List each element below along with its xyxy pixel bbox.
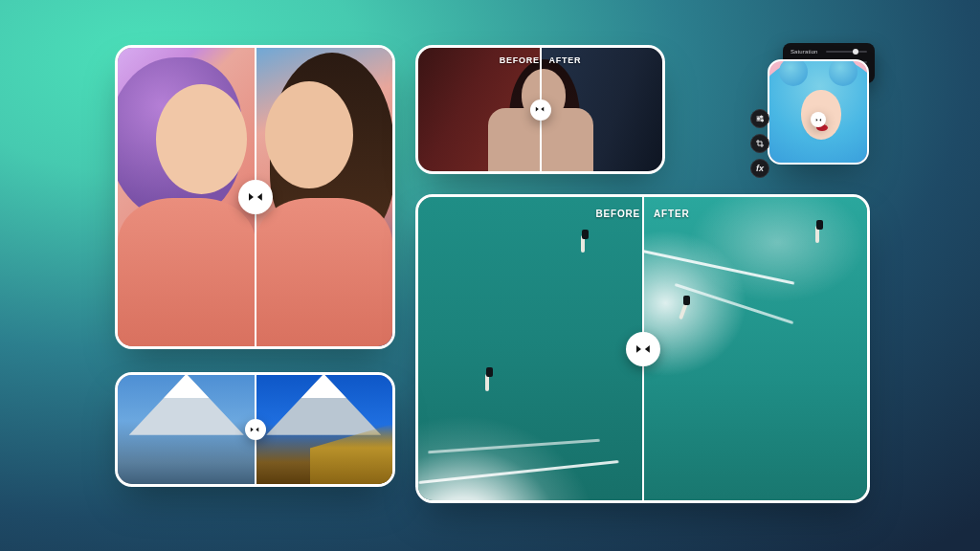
after-half <box>643 197 868 500</box>
slider-handle[interactable] <box>530 99 551 121</box>
compare-card-bluehair <box>768 59 869 165</box>
adjust-label: Saturation <box>791 49 821 55</box>
svg-marker-10 <box>644 345 649 353</box>
slider-arrows-icon <box>246 187 265 207</box>
before-label: BEFORE <box>500 55 540 65</box>
slider-handle[interactable] <box>811 112 826 127</box>
svg-marker-3 <box>542 107 545 112</box>
svg-point-7 <box>758 118 760 120</box>
svg-marker-1 <box>256 193 261 201</box>
tool-stack: fx <box>750 109 769 178</box>
after-label: AFTER <box>549 55 582 65</box>
before-after-labels: BEFORE AFTER <box>500 55 581 65</box>
before-half <box>418 197 643 500</box>
compare-card-friends <box>115 45 395 349</box>
before-label: BEFORE <box>596 209 640 219</box>
slider-handle[interactable] <box>626 332 660 366</box>
compare-card-mountain <box>115 372 395 487</box>
before-half <box>118 375 256 484</box>
slider-handle[interactable] <box>245 419 266 440</box>
svg-point-6 <box>761 116 763 118</box>
svg-marker-0 <box>249 193 254 201</box>
slider-arrows-icon <box>249 424 260 435</box>
svg-marker-12 <box>256 428 259 432</box>
slider-arrows-icon <box>814 116 823 124</box>
compare-card-moody: BEFORE AFTER <box>415 45 665 174</box>
fx-glyph: fx <box>756 164 764 173</box>
svg-marker-11 <box>251 428 254 432</box>
adjust-row-saturation: Saturation <box>791 49 867 55</box>
adjust-icon[interactable] <box>750 109 769 128</box>
svg-marker-2 <box>536 107 539 112</box>
adjust-thumb[interactable] <box>853 49 858 55</box>
slider-handle[interactable] <box>238 180 273 214</box>
svg-point-8 <box>762 120 764 121</box>
fx-icon[interactable]: fx <box>750 159 769 178</box>
adjust-slider[interactable] <box>826 51 867 53</box>
svg-marker-9 <box>636 345 641 353</box>
slider-arrows-icon <box>534 103 546 115</box>
after-label: AFTER <box>654 209 689 219</box>
svg-marker-5 <box>819 119 821 121</box>
compare-card-ocean: BEFORE AFTER <box>415 194 870 503</box>
before-after-labels: BEFORE AFTER <box>596 209 690 219</box>
after-half <box>256 375 393 484</box>
before-half <box>118 48 256 346</box>
after-half <box>256 48 393 346</box>
svg-marker-4 <box>815 119 817 121</box>
slider-arrows-icon <box>634 340 653 359</box>
crop-icon[interactable] <box>750 134 769 153</box>
